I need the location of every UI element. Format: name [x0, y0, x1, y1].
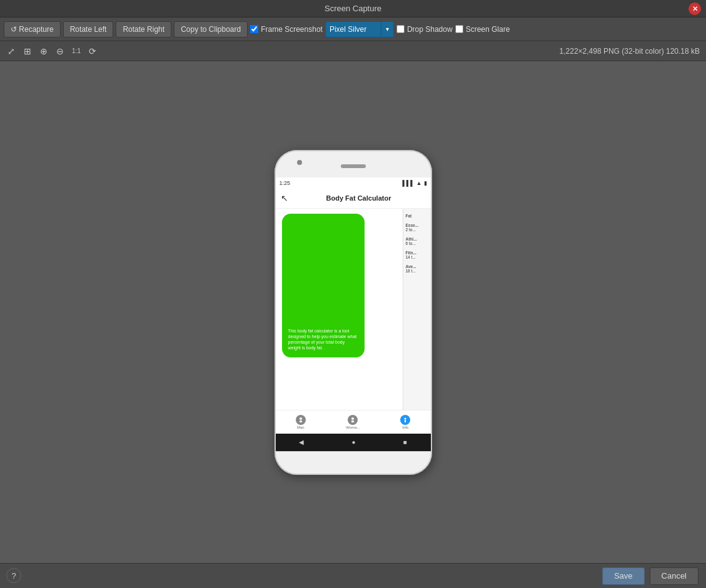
nav-item-woman[interactable]: Woma...	[346, 415, 360, 429]
nav-icon-man	[296, 415, 306, 425]
android-recents[interactable]: ■	[403, 439, 406, 446]
phone-camera	[297, 160, 302, 165]
app-title: Body Fat Calculator	[292, 194, 426, 202]
frame-dropdown-arrow[interactable]: ▾	[381, 21, 394, 37]
side-item-athletic: Athl... 6 to...	[406, 237, 428, 246]
phone-top	[276, 151, 431, 177]
zoom-in-button[interactable]: ⊕	[36, 44, 51, 59]
secondary-toolbar: ⤢ ⊞ ⊕ ⊖ 1:1 ⟳ 1,222×2,498 PNG (32-bit co…	[0, 41, 706, 61]
title-bar: Screen Capture ✕	[0, 0, 706, 17]
app-bar: ↖ Body Fat Calculator	[276, 189, 431, 209]
side-item-essential: Esse... 2 to...	[406, 223, 428, 232]
side-item-average: Ave... 18 t...	[406, 264, 428, 273]
bottom-nav: Man Woma... Info	[276, 410, 431, 434]
image-info: 1,222×2,498 PNG (32-bit color) 120.18 kB	[560, 47, 700, 56]
recapture-button[interactable]: ↺ Recapture	[4, 21, 61, 37]
phone-frame: 1:25 ▌▌▌ ▲ ▮ ↖ Body Fat Calculator This …	[275, 150, 432, 475]
frame-select[interactable]: Pixel Silver iPhone Galaxy iPad	[325, 21, 381, 37]
android-nav: ◀ ● ■	[276, 434, 431, 451]
nav-icon-info	[400, 415, 410, 425]
frame-screenshot-checkbox[interactable]	[250, 25, 258, 33]
toolbar: ↺ Recapture Rotate Left Rotate Right Cop…	[0, 17, 706, 41]
grid-button[interactable]: ⊞	[20, 44, 35, 59]
nav-label-woman: Woma...	[346, 426, 360, 429]
phone-wrapper: 1:25 ▌▌▌ ▲ ▮ ↖ Body Fat Calculator This …	[275, 150, 432, 475]
status-time: 1:25	[280, 180, 291, 186]
phone-bottom	[276, 451, 431, 474]
drop-shadow-checkbox[interactable]	[396, 25, 405, 33]
svg-point-0	[300, 417, 302, 420]
copy-clipboard-button[interactable]: Copy to Clipboard	[174, 21, 248, 37]
drop-shadow-label[interactable]: Drop Shadow	[396, 25, 453, 34]
screen-glare-label[interactable]: Screen Glare	[455, 25, 510, 34]
frame-dropdown[interactable]: Pixel Silver iPhone Galaxy iPad ▾	[325, 21, 394, 37]
status-wifi: ▲	[416, 180, 422, 186]
app-content: This body fat calculator is a tool desig…	[276, 209, 431, 410]
frame-screenshot-label[interactable]: Frame Screenshot	[250, 25, 323, 34]
nav-item-man[interactable]: Man	[296, 415, 306, 429]
nav-label-man: Man	[297, 426, 305, 429]
svg-rect-1	[300, 421, 302, 422]
rotate-right-button[interactable]: Rotate Right	[116, 21, 171, 37]
zoom-out-button[interactable]: ⊖	[53, 44, 68, 59]
rotate-left-button[interactable]: Rotate Left	[63, 21, 114, 37]
screen-glare-checkbox[interactable]	[455, 25, 463, 33]
green-card: This body fat calculator is a tool desig…	[282, 214, 365, 357]
window-title: Screen Capture	[325, 4, 381, 13]
help-button[interactable]: ?	[6, 568, 21, 583]
back-arrow-icon: ↖	[281, 193, 288, 203]
fit-window-button[interactable]: ⤢	[4, 44, 19, 59]
green-card-text: This body fat calculator is a tool desig…	[288, 328, 358, 351]
phone-speaker	[341, 164, 366, 168]
save-button[interactable]: Save	[602, 567, 645, 585]
status-right: ▌▌▌ ▲ ▮	[402, 180, 426, 186]
android-home[interactable]: ●	[351, 439, 355, 446]
nav-item-info[interactable]: Info	[400, 415, 410, 429]
side-item-fitness: Fitn... 14 t...	[406, 251, 428, 259]
svg-point-2	[351, 417, 354, 420]
nav-label-info: Info	[402, 426, 408, 429]
close-button[interactable]: ✕	[688, 2, 701, 15]
status-bar: 1:25 ▌▌▌ ▲ ▮	[276, 177, 431, 189]
status-signal: ▌▌▌	[402, 180, 414, 186]
svg-point-4	[405, 417, 406, 419]
view-icons: ⤢ ⊞ ⊕ ⊖ 1:1 ⟳	[4, 44, 100, 59]
nav-icon-woman	[348, 415, 358, 425]
svg-rect-5	[405, 420, 406, 422]
cancel-button[interactable]: Cancel	[650, 567, 698, 585]
side-item-fat: Fat	[406, 214, 428, 218]
side-panel: Fat Esse... 2 to... Athl... 6 to... Fitn…	[403, 209, 431, 410]
svg-rect-3	[351, 421, 354, 422]
canvas-area: 1:25 ▌▌▌ ▲ ▮ ↖ Body Fat Calculator This …	[0, 61, 706, 563]
android-back[interactable]: ◀	[299, 439, 304, 446]
rotate-view-button[interactable]: ⟳	[85, 44, 100, 59]
status-battery: ▮	[424, 180, 427, 186]
bottom-bar: ? Save Cancel	[0, 563, 706, 588]
actual-size-button[interactable]: 1:1	[69, 44, 84, 59]
